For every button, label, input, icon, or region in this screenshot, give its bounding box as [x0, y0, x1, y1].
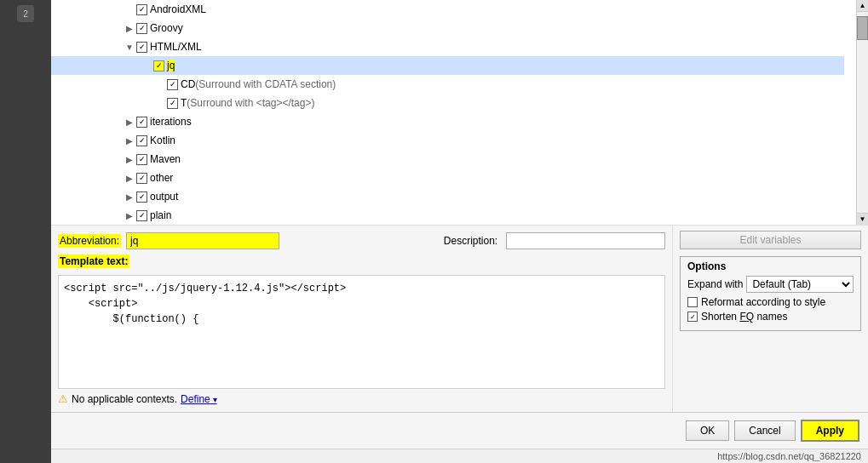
label-output: output [150, 191, 178, 203]
checkbox-other[interactable] [136, 173, 147, 184]
tree-item-plain[interactable]: ▶ plain [51, 206, 844, 225]
label-androidxml: AndroidXML [150, 3, 206, 15]
tree-item-t[interactable]: T (Surround with <tag></tag>) [51, 94, 844, 112]
expand-with-row: Expand with Default (Tab) [687, 276, 854, 293]
label-cd: CD [181, 78, 195, 90]
expand-arrow-other[interactable]: ▶ [123, 171, 136, 185]
warning-row: ⚠ No applicable contexts. Define ▾ [58, 392, 665, 405]
scroll-arrow-bottom[interactable]: ▼ [857, 213, 868, 225]
footer-buttons: OK Cancel Apply [51, 412, 868, 449]
tree-item-groovy[interactable]: ▶ Groovy [51, 19, 844, 37]
expand-arrow-plain[interactable]: ▶ [123, 209, 136, 222]
tree-item-shellscript[interactable]: ▶ Shell Script [51, 225, 844, 226]
reformat-label: Reformat according to style [701, 296, 825, 308]
tree-item-kotlin[interactable]: ▶ Kotlin [51, 131, 844, 150]
expand-arrow-groovy[interactable]: ▶ [123, 21, 136, 35]
checkbox-iterations[interactable] [136, 117, 147, 128]
label-htmlxml: HTML/XML [150, 41, 202, 53]
tree-item-androidxml[interactable]: AndroidXML [51, 0, 844, 19]
label-other: other [150, 172, 173, 184]
label-jq: jq [167, 60, 175, 71]
checkbox-maven[interactable] [136, 154, 147, 165]
expand-with-select[interactable]: Default (Tab) [746, 276, 854, 293]
left-panel: Abbreviation: Description: Template text… [51, 226, 672, 412]
expand-arrow-t [153, 96, 167, 110]
expand-arrow-iterations[interactable]: ▶ [123, 115, 136, 129]
code-line-1: <script src="../js/jquery-1.12.4.js"></s… [64, 281, 659, 296]
status-bar: https://blog.csdn.net/qq_36821220 [51, 449, 868, 463]
scroll-arrow-top[interactable]: ▲ [857, 0, 868, 12]
abbreviation-row: Abbreviation: Description: [58, 232, 665, 249]
expand-arrow-kotlin[interactable]: ▶ [123, 134, 136, 147]
tree-item-cd[interactable]: CD (Surround with CDATA section) [51, 75, 844, 94]
shorten-checkbox[interactable] [687, 312, 698, 322]
label-iterations: iterations [150, 116, 192, 128]
label-t: T [181, 97, 187, 109]
sidebar-badge-2: 2 [17, 5, 34, 22]
tree-item-jq[interactable]: jq [51, 56, 844, 75]
scroll-thumb[interactable] [857, 16, 868, 40]
label-maven: Maven [150, 153, 181, 165]
sublabel-t: (Surround with <tag></tag>) [187, 97, 314, 109]
options-title: Options [687, 260, 854, 272]
scroll-thumb-area [857, 12, 868, 213]
tree-section: AndroidXML ▶ Groovy ▼ HTML/XML [51, 0, 868, 226]
label-kotlin: Kotlin [150, 134, 175, 146]
define-label: Define [181, 393, 210, 405]
expand-arrow-cd [153, 77, 167, 91]
checkbox-jq[interactable] [153, 60, 164, 71]
abbreviation-label: Abbreviation: [58, 234, 121, 248]
lower-section: Abbreviation: Description: Template text… [51, 226, 868, 449]
label-plain: plain [150, 209, 171, 221]
tree-item-htmlxml[interactable]: ▼ HTML/XML [51, 37, 844, 56]
options-group: Options Expand with Default (Tab) Reform… [680, 256, 861, 331]
checkbox-t[interactable] [167, 98, 178, 109]
reformat-checkbox[interactable] [687, 297, 698, 307]
right-panel: Edit variables Options Expand with Defau… [672, 226, 868, 412]
checkbox-plain[interactable] [136, 210, 147, 221]
ok-button[interactable]: OK [686, 420, 729, 441]
description-input[interactable] [506, 232, 665, 249]
expand-arrow-htmlxml[interactable]: ▼ [123, 40, 136, 54]
checkbox-groovy[interactable] [136, 23, 147, 34]
expand-arrow-output[interactable]: ▶ [123, 190, 136, 203]
shorten-label: Shorten FQ names [701, 311, 787, 323]
cancel-button[interactable]: Cancel [734, 420, 795, 441]
expand-arrow-androidxml [123, 3, 136, 16]
reformat-row: Reformat according to style [687, 296, 854, 308]
description-label: Description: [444, 235, 497, 247]
mid-row: Abbreviation: Description: Template text… [51, 226, 868, 412]
template-text-label: Template text: [58, 254, 129, 268]
template-text-row: Template text: [58, 254, 665, 272]
tree-item-maven[interactable]: ▶ Maven [51, 150, 844, 169]
warning-icon: ⚠ [58, 392, 68, 405]
sublabel-cd: (Surround with CDATA section) [195, 78, 336, 90]
expand-arrow-maven[interactable]: ▶ [123, 152, 136, 166]
code-line-3: $(function() { [64, 312, 659, 327]
abbreviation-input[interactable] [126, 232, 279, 249]
eq-underline: FQ [739, 311, 754, 323]
code-area[interactable]: <script src="../js/jquery-1.12.4.js"></s… [58, 275, 665, 389]
checkbox-cd[interactable] [167, 79, 178, 90]
label-groovy: Groovy [150, 22, 183, 34]
content-area: AndroidXML ▶ Groovy ▼ HTML/XML [51, 0, 868, 463]
tree-item-output[interactable]: ▶ output [51, 187, 844, 206]
define-arrow: ▾ [210, 395, 217, 404]
expand-with-label: Expand with [687, 278, 743, 290]
edit-variables-button[interactable]: Edit variables [680, 231, 861, 249]
left-sidebar: 2 [0, 0, 51, 463]
checkbox-kotlin[interactable] [136, 135, 147, 146]
warning-text: No applicable contexts. [72, 393, 177, 405]
tree-scrollbar[interactable]: ▲ ▼ [856, 0, 868, 225]
checkbox-androidxml[interactable] [136, 4, 147, 15]
tree-item-other[interactable]: ▶ other [51, 169, 844, 187]
code-line-2: <script> [64, 296, 659, 312]
define-link[interactable]: Define ▾ [181, 393, 216, 405]
checkbox-output[interactable] [136, 191, 147, 203]
apply-button[interactable]: Apply [801, 420, 859, 442]
expand-arrow-jq [140, 59, 153, 72]
checkbox-htmlxml[interactable] [136, 42, 147, 53]
shorten-row: Shorten FQ names [687, 311, 854, 323]
tree-item-iterations[interactable]: ▶ iterations [51, 112, 844, 131]
status-url: https://blog.csdn.net/qq_36821220 [717, 451, 861, 461]
